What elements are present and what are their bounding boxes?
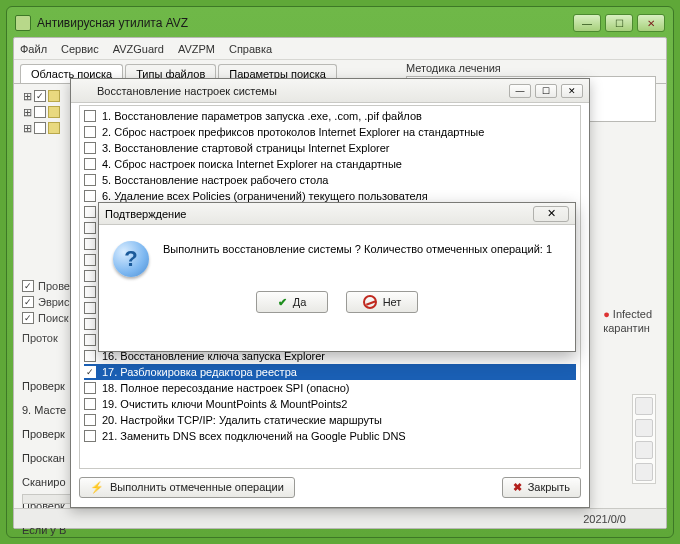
- restore-checkbox[interactable]: [84, 142, 96, 154]
- question-icon: ?: [113, 241, 149, 277]
- confirm-title-bar: Подтверждение ✕: [99, 203, 575, 225]
- restore-checkbox[interactable]: [84, 350, 96, 362]
- option-search-label: Поиск: [38, 312, 68, 324]
- restore-checkbox[interactable]: [84, 382, 96, 394]
- restore-checkbox[interactable]: [84, 302, 96, 314]
- run-operations-button[interactable]: ⚡ Выполнить отмеченные операции: [79, 477, 295, 498]
- menu-help[interactable]: Справка: [229, 43, 272, 55]
- confirm-buttons: ✔ Да Нет: [99, 285, 575, 325]
- restore-item[interactable]: 1. Восстановление параметров запуска .ex…: [84, 108, 576, 124]
- restore-dialog-title: Восстановление настроек системы: [97, 85, 503, 97]
- restore-checkbox[interactable]: [84, 206, 96, 218]
- restore-item[interactable]: 19. Очистить ключи MountPoints & MountPo…: [84, 396, 576, 412]
- restore-item[interactable]: 17. Разблокировка редактора реестра: [84, 364, 576, 380]
- restore-close-button[interactable]: ✕: [561, 84, 583, 98]
- side-tool-4[interactable]: [635, 463, 653, 481]
- restore-item[interactable]: 20. Настройки TCP/IP: Удалить статически…: [84, 412, 576, 428]
- restore-checkbox[interactable]: [84, 430, 96, 442]
- tree-toggle-icon[interactable]: ⊞: [22, 122, 32, 135]
- restore-checkbox[interactable]: [84, 222, 96, 234]
- folder-icon: [48, 122, 60, 134]
- restore-checkbox[interactable]: [84, 270, 96, 282]
- status-bar: 2021/0/0: [14, 508, 666, 528]
- main-title-bar: Антивирусная утилита AVZ — ☐ ✕: [11, 11, 669, 35]
- menu-service[interactable]: Сервис: [61, 43, 99, 55]
- yes-label: Да: [293, 296, 307, 308]
- side-tool-3[interactable]: [635, 441, 653, 459]
- app-icon: [15, 15, 31, 31]
- restore-checkbox[interactable]: [84, 158, 96, 170]
- restore-item[interactable]: 4. Сброс настроек поиска Internet Explor…: [84, 156, 576, 172]
- menu-avzpm[interactable]: AVZPM: [178, 43, 215, 55]
- quarantine-label: карантин: [603, 322, 650, 334]
- dialog-icon: [77, 84, 91, 98]
- close-button[interactable]: ✕: [637, 14, 665, 32]
- lightning-icon: ⚡: [90, 481, 104, 494]
- checkbox-check[interactable]: [22, 280, 34, 292]
- confirm-body: ? Выполнить восстановление системы ? Кол…: [99, 225, 575, 285]
- maximize-button[interactable]: ☐: [605, 14, 633, 32]
- side-tool-1[interactable]: [635, 397, 653, 415]
- checkbox-heur[interactable]: [22, 296, 34, 308]
- restore-item-label: 3. Восстановление стартовой страницы Int…: [102, 142, 389, 154]
- restore-maximize-button[interactable]: ☐: [535, 84, 557, 98]
- close-dialog-button[interactable]: ✖ Закрыть: [502, 477, 581, 498]
- no-button[interactable]: Нет: [346, 291, 418, 313]
- restore-item[interactable]: 18. Полное пересоздание настроек SPI (оп…: [84, 380, 576, 396]
- restore-checkbox[interactable]: [84, 126, 96, 138]
- restore-minimize-button[interactable]: —: [509, 84, 531, 98]
- restore-item-label: 5. Восстановление настроек рабочего стол…: [102, 174, 328, 186]
- tree-checkbox[interactable]: [34, 90, 46, 102]
- restore-checkbox[interactable]: [84, 366, 96, 378]
- restore-checkbox[interactable]: [84, 334, 96, 346]
- restore-item-label: 6. Удаление всех Policies (ограничений) …: [102, 190, 428, 202]
- restore-checkbox[interactable]: [84, 238, 96, 250]
- restore-checkbox[interactable]: [84, 414, 96, 426]
- restore-footer: ⚡ Выполнить отмеченные операции ✖ Закрыт…: [79, 473, 581, 501]
- confirm-close-button[interactable]: ✕: [533, 206, 569, 222]
- menubar: Файл Сервис AVZGuard AVZPM Справка: [14, 38, 666, 60]
- tree-checkbox[interactable]: [34, 122, 46, 134]
- restore-checkbox[interactable]: [84, 190, 96, 202]
- side-tool-2[interactable]: [635, 419, 653, 437]
- tree-toggle-icon[interactable]: ⊞: [22, 90, 32, 103]
- folder-icon: [48, 90, 60, 102]
- infected-label: Infected: [613, 308, 652, 320]
- infected-options: ● Infected карантин: [603, 308, 652, 334]
- restore-title-bar: Восстановление настроек системы — ☐ ✕: [71, 79, 589, 103]
- restore-checkbox[interactable]: [84, 318, 96, 330]
- close-icon: ✖: [513, 481, 522, 494]
- menu-avzguard[interactable]: AVZGuard: [113, 43, 164, 55]
- restore-item-label: 2. Сброс настроек префиксов протоколов I…: [102, 126, 484, 138]
- restore-item-label: 1. Восстановление параметров запуска .ex…: [102, 110, 422, 122]
- restore-item-label: 21. Заменить DNS всех подключений на Goo…: [102, 430, 406, 442]
- option-heur-label: Эврис: [38, 296, 70, 308]
- restore-item-label: 19. Очистить ключи MountPoints & MountPo…: [102, 398, 347, 410]
- menu-file[interactable]: Файл: [20, 43, 47, 55]
- no-label: Нет: [383, 296, 402, 308]
- restore-item-label: 20. Настройки TCP/IP: Удалить статически…: [102, 414, 382, 426]
- checkbox-search[interactable]: [22, 312, 34, 324]
- folder-icon: [48, 106, 60, 118]
- restore-item-label: 4. Сброс настроек поиска Internet Explor…: [102, 158, 402, 170]
- restore-item[interactable]: 3. Восстановление стартовой страницы Int…: [84, 140, 576, 156]
- restore-checkbox[interactable]: [84, 398, 96, 410]
- minimize-button[interactable]: —: [573, 14, 601, 32]
- restore-checkbox[interactable]: [84, 174, 96, 186]
- tree-checkbox[interactable]: [34, 106, 46, 118]
- restore-item[interactable]: 21. Заменить DNS всех подключений на Goo…: [84, 428, 576, 444]
- status-date: 2021/0/0: [583, 513, 626, 525]
- treatment-header: Методика лечения: [406, 62, 656, 74]
- side-toolbar: [632, 394, 656, 484]
- main-window-title: Антивирусная утилита AVZ: [37, 16, 573, 30]
- restore-item[interactable]: 5. Восстановление настроек рабочего стол…: [84, 172, 576, 188]
- restore-checkbox[interactable]: [84, 254, 96, 266]
- confirm-message: Выполнить восстановление системы ? Колич…: [163, 241, 552, 255]
- yes-button[interactable]: ✔ Да: [256, 291, 328, 313]
- restore-checkbox[interactable]: [84, 286, 96, 298]
- restore-checkbox[interactable]: [84, 110, 96, 122]
- restore-item[interactable]: 2. Сброс настроек префиксов протоколов I…: [84, 124, 576, 140]
- check-icon: ✔: [278, 296, 287, 309]
- tree-toggle-icon[interactable]: ⊞: [22, 106, 32, 119]
- run-operations-label: Выполнить отмеченные операции: [110, 481, 284, 493]
